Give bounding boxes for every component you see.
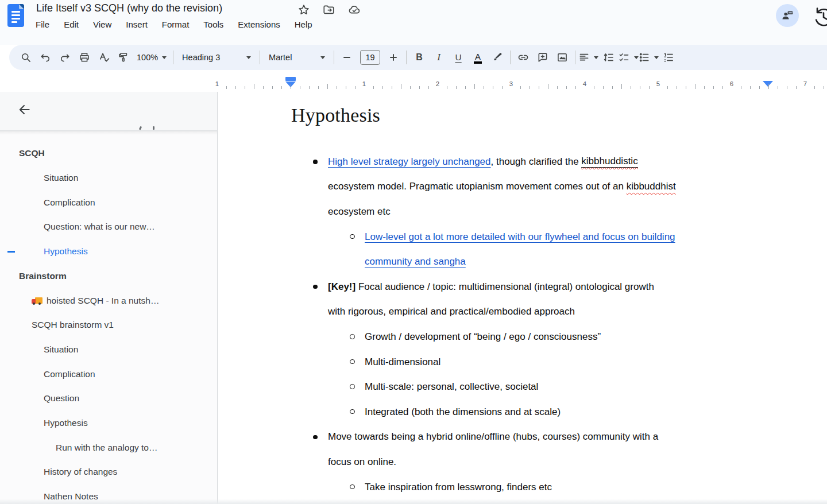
cloud-saved-icon[interactable] bbox=[347, 3, 361, 16]
doc-line[interactable]: Low-level got a lot more detailed with o… bbox=[218, 224, 827, 250]
ruler-tick bbox=[382, 86, 383, 89]
menu-edit[interactable]: Edit bbox=[64, 20, 79, 29]
ruler-tick bbox=[640, 86, 640, 89]
right-indent-marker[interactable] bbox=[763, 81, 773, 87]
outline-item-situation[interactable]: Situation bbox=[0, 338, 217, 362]
numbered-list-icon bbox=[663, 52, 674, 63]
redo-button[interactable] bbox=[55, 47, 75, 68]
bulleted-list-button[interactable] bbox=[639, 47, 659, 68]
bullet-disc-icon bbox=[313, 435, 318, 440]
document-heading[interactable]: Hypothesis bbox=[291, 104, 380, 126]
outline-item-label: SCQH bbox=[19, 148, 45, 158]
plus-icon bbox=[389, 53, 397, 61]
highlight-color-button[interactable] bbox=[488, 47, 507, 68]
doc-link-text[interactable]: Low-level got a lot more detailed with o… bbox=[365, 231, 675, 243]
doc-line[interactable]: Move towards being a hybrid online/offli… bbox=[218, 425, 827, 450]
ruler-tick bbox=[557, 86, 558, 89]
undo-button[interactable] bbox=[36, 47, 55, 68]
menu-help[interactable]: Help bbox=[295, 20, 312, 29]
ruler-tick bbox=[530, 86, 530, 89]
outline-item-scqh-brainstorm-v1[interactable]: SCQH brainstorm v1 bbox=[0, 313, 217, 338]
checklist-icon bbox=[618, 52, 630, 63]
numbered-list-button[interactable] bbox=[659, 47, 678, 68]
close-outline-button[interactable] bbox=[17, 102, 33, 118]
bold-button[interactable]: B bbox=[409, 47, 429, 68]
doc-line[interactable]: focus on online. bbox=[218, 449, 827, 475]
paragraph-style-select[interactable]: Heading 3 bbox=[176, 47, 257, 68]
outline-item-run-with-the-analogy-to[interactable]: Run with the analogy to… bbox=[0, 435, 217, 460]
underline-button[interactable]: U bbox=[449, 47, 468, 68]
menu-file[interactable]: File bbox=[36, 20, 49, 29]
spelling-grammar-check-button[interactable] bbox=[94, 47, 114, 68]
menu-tools[interactable]: Tools bbox=[203, 20, 223, 29]
decrease-font-size-button[interactable] bbox=[337, 47, 357, 68]
outline-item-question[interactable]: Question bbox=[0, 386, 217, 411]
outline-item-brainstorm[interactable]: Brainstorm bbox=[0, 264, 217, 289]
doc-line[interactable]: ecosystem etc bbox=[218, 199, 827, 224]
first-line-indent-marker[interactable] bbox=[285, 77, 296, 81]
toolbar-divider bbox=[173, 51, 173, 64]
menu-format[interactable]: Format bbox=[162, 20, 190, 29]
doc-link-text[interactable]: High level strategy largely unchanged bbox=[328, 156, 491, 168]
increase-font-size-button[interactable] bbox=[384, 47, 403, 68]
menu-view[interactable]: View bbox=[93, 20, 111, 29]
outline-item-label: Question bbox=[44, 393, 79, 404]
italic-button[interactable]: I bbox=[429, 47, 449, 68]
back-arrow-icon bbox=[17, 102, 32, 117]
outline-item-complication[interactable]: Complication bbox=[0, 362, 217, 386]
zoom-select[interactable]: 100% bbox=[133, 47, 170, 68]
doc-line[interactable]: Growth / development of “being / ego / c… bbox=[218, 324, 827, 350]
document-title[interactable]: Life Itself v3 SCQH (why do the revision… bbox=[36, 2, 222, 14]
horizontal-ruler: 11234567 bbox=[0, 75, 827, 91]
outline-item-situation[interactable]: Situation bbox=[0, 166, 217, 191]
ruler-tick bbox=[686, 86, 686, 89]
outline-item-question-what-is-our-new[interactable]: Question: what is our new… bbox=[0, 215, 217, 239]
menu-extensions[interactable]: Extensions bbox=[238, 20, 280, 29]
insert-image-button[interactable] bbox=[552, 47, 572, 68]
outline-item-complication[interactable]: Complication bbox=[0, 190, 217, 215]
doc-text: Growth / development of “being / ego / c… bbox=[365, 331, 601, 343]
font-size-input[interactable]: 19 bbox=[360, 50, 380, 65]
document-canvas[interactable]: Hypothesis High level strategy largely u… bbox=[218, 91, 827, 504]
chevron-down-icon bbox=[654, 56, 659, 59]
ruler-tick bbox=[741, 86, 741, 89]
outline-item-hypothesis[interactable]: Hypothesis bbox=[0, 239, 217, 264]
ruler-tick bbox=[778, 86, 778, 89]
print-button[interactable] bbox=[75, 47, 94, 68]
align-button[interactable] bbox=[578, 47, 598, 68]
insert-link-button[interactable] bbox=[513, 47, 533, 68]
chevron-down-icon bbox=[320, 56, 325, 59]
ruler-tick bbox=[291, 84, 291, 89]
paint-format-button[interactable] bbox=[114, 47, 133, 68]
font-family-select[interactable]: Martel bbox=[263, 47, 331, 68]
doc-line[interactable]: ecosystem model. Pragmatic utopianism mo… bbox=[218, 175, 827, 200]
people-chat-button[interactable] bbox=[776, 4, 799, 27]
doc-line[interactable]: community and sangha bbox=[218, 249, 827, 274]
line-spacing-button[interactable] bbox=[598, 47, 618, 68]
version-history-button[interactable] bbox=[811, 5, 827, 28]
google-docs-logo-icon[interactable] bbox=[7, 4, 24, 27]
outline-item-nathen-notes[interactable]: Nathen Notes bbox=[0, 484, 217, 504]
search-menus-button[interactable] bbox=[16, 47, 36, 68]
doc-line[interactable]: Multi-scale: personal, collective, socie… bbox=[218, 374, 827, 400]
outline-header bbox=[0, 92, 217, 131]
outline-item-label: Run with the analogy to… bbox=[56, 443, 158, 453]
doc-link-text[interactable]: community and sangha bbox=[365, 256, 466, 267]
doc-line[interactable]: Integrated (both the dimensions and at s… bbox=[218, 400, 827, 425]
outline-item-hypothesis[interactable]: Hypothesis bbox=[0, 411, 217, 436]
outline-item-history-of-changes[interactable]: History of changes bbox=[0, 460, 217, 484]
menu-insert[interactable]: Insert bbox=[126, 20, 148, 29]
ruler-tick bbox=[392, 86, 392, 89]
star-icon[interactable] bbox=[297, 3, 310, 16]
doc-line[interactable]: High level strategy largely unchanged, t… bbox=[218, 149, 827, 175]
doc-line[interactable]: Take inspiration from lesswrong, finders… bbox=[218, 475, 827, 500]
add-comment-button[interactable] bbox=[533, 47, 552, 68]
checklist-button[interactable] bbox=[618, 47, 639, 68]
outline-item-hoisted-scqh-in-a-nutsh[interactable]: hoisted SCQH - In a nutsh… bbox=[0, 288, 217, 313]
outline-item-scqh[interactable]: SCQH bbox=[0, 141, 217, 166]
move-to-folder-icon[interactable] bbox=[322, 3, 335, 16]
doc-line[interactable]: with rigorous, empirical and practical/e… bbox=[218, 300, 827, 325]
text-color-button[interactable]: A bbox=[468, 47, 488, 68]
doc-line[interactable]: [Key!] Focal audience / topic: multidime… bbox=[218, 274, 827, 300]
doc-line[interactable]: Multi-dimensional bbox=[218, 350, 827, 375]
